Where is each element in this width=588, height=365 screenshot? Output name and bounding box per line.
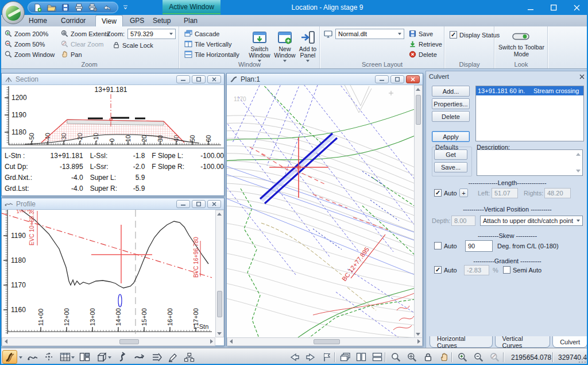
resize-grip[interactable] xyxy=(578,355,586,363)
zoom-window-button[interactable]: Zoom Window xyxy=(5,49,55,59)
window-minimize-button[interactable] xyxy=(375,75,389,83)
annotate-tool-button[interactable] xyxy=(165,350,180,364)
skew-field[interactable]: 90 xyxy=(465,240,493,252)
culvert-list-item[interactable]: 13+91.181 60 in. Stream crossing xyxy=(476,86,583,95)
zoom-200-button[interactable]: Zoom 200% xyxy=(5,29,48,39)
switch-to-toolbar-mode-button[interactable]: Switch to Toolbar Mode xyxy=(498,44,544,57)
hierarchy-tool-button[interactable] xyxy=(181,350,196,364)
flag-button[interactable] xyxy=(319,350,334,364)
back-button[interactable] xyxy=(287,350,302,364)
window-close-button[interactable] xyxy=(207,75,221,83)
select-dropdown-icon[interactable] xyxy=(577,220,580,222)
checkbox-icon[interactable]: ✓ xyxy=(450,31,457,39)
profile-chart[interactable]: 119011801170116011+0012+0013+0014+0015+0… xyxy=(2,210,215,337)
panel-tab-culvert[interactable]: Culvert xyxy=(552,336,587,348)
left-length-field[interactable]: 51.07 xyxy=(492,188,518,198)
qat-customize-button[interactable] xyxy=(123,5,129,10)
depth-field[interactable]: 8.00 xyxy=(451,216,475,226)
panel-tab-horizontal-curves[interactable]: Horizontal Curves xyxy=(430,336,493,348)
apply-button[interactable]: Apply xyxy=(432,131,470,142)
plan-horizontal-scrollbar[interactable] xyxy=(227,337,423,346)
close-button[interactable] xyxy=(565,0,588,15)
profile-horizontal-scrollbar[interactable] xyxy=(2,337,215,346)
pan-button[interactable]: Pan xyxy=(61,49,82,59)
right-length-field[interactable]: 48.20 xyxy=(544,188,571,198)
skew-auto-checkbox[interactable] xyxy=(434,242,442,249)
ribbon-tab-view[interactable]: View xyxy=(95,15,123,26)
add-to-panel-button[interactable]: Add to Panel xyxy=(296,29,320,66)
scrollbar-thumb[interactable] xyxy=(314,339,340,344)
delete-button[interactable]: Delete xyxy=(432,111,470,122)
clear-zoom-button[interactable] xyxy=(487,350,502,364)
plan-view[interactable]: BC 12+77.895 1170 xyxy=(227,85,414,338)
gradient-auto-checkbox[interactable]: ✓ xyxy=(434,266,442,274)
zoom-extents-button[interactable]: Zoom Extents xyxy=(61,29,110,39)
semi-auto-checkbox[interactable] xyxy=(503,266,510,274)
scrollbar-thumb[interactable] xyxy=(119,339,139,344)
panel-tab-vertical-curves[interactable]: Vertical Curves xyxy=(495,336,551,348)
pin-icon[interactable] xyxy=(569,74,575,80)
new-window-button[interactable]: New Window xyxy=(273,29,297,66)
length-auto-checkbox[interactable]: ✓ xyxy=(434,189,442,197)
window-maximize-button[interactable] xyxy=(390,75,404,83)
add-button[interactable]: Add... xyxy=(432,86,470,97)
scrollbar-thumb[interactable] xyxy=(416,95,421,125)
zoom-50-button[interactable]: Zoom 50% xyxy=(5,39,45,49)
tile-vertically-button[interactable]: Tile Vertically xyxy=(184,39,231,49)
combo-dropdown-icon[interactable] xyxy=(169,33,173,35)
ribbon-tab-gps[interactable]: GPS xyxy=(124,15,150,26)
tile-horizontally-button[interactable]: Tile Horizontally xyxy=(184,49,239,59)
ribbon-tab-plan[interactable]: Plan xyxy=(178,15,203,26)
zoom-out-button[interactable] xyxy=(471,350,486,364)
print-button[interactable] xyxy=(74,3,84,12)
clear-zoom-button[interactable]: Clear Zoom xyxy=(61,39,103,49)
gradient-field[interactable]: -2.83 xyxy=(464,265,489,275)
section-chart[interactable]: 120011901180-50-40-30-20-100102030405060… xyxy=(2,85,224,148)
zoom-extents-button[interactable] xyxy=(404,350,419,364)
panel-close-icon[interactable] xyxy=(579,74,585,79)
get-defaults-button[interactable]: Get xyxy=(434,149,467,160)
window-minimize-button[interactable] xyxy=(176,75,190,83)
culvert-list[interactable]: 13+91.181 60 in. Stream crossing xyxy=(475,86,584,141)
wave-curve-tool-button[interactable] xyxy=(132,350,147,364)
save-button[interactable] xyxy=(60,3,70,12)
cube-dropdown-icon[interactable] xyxy=(108,356,111,359)
pan-button[interactable] xyxy=(436,350,451,364)
layout-combobox[interactable]: Normal.dlt xyxy=(335,29,404,39)
tile-vertical-button[interactable] xyxy=(354,350,369,364)
switch-window-button[interactable]: Switch Window xyxy=(247,29,272,66)
section-view-button[interactable] xyxy=(41,350,56,364)
open-button[interactable] xyxy=(47,3,56,12)
profile-vertical-scrollbar[interactable] xyxy=(215,210,224,337)
window-maximize-button[interactable] xyxy=(192,200,206,208)
ribbon-tab-setup[interactable]: Setup xyxy=(147,15,176,26)
cascade-windows-button[interactable] xyxy=(338,350,353,364)
s-curve-tool-button[interactable] xyxy=(115,350,130,364)
window-close-button[interactable] xyxy=(207,200,221,208)
plan-window-titlebar[interactable]: Plan:1 xyxy=(227,74,423,85)
layout-save-button[interactable]: Save xyxy=(409,29,433,39)
zoom-window-button[interactable] xyxy=(388,350,403,364)
profile-window-titlebar[interactable]: Profile xyxy=(2,198,224,210)
scrollbar-thumb[interactable] xyxy=(217,291,222,317)
scale-lock-button[interactable] xyxy=(420,350,435,364)
ribbon-tab-home[interactable]: Home xyxy=(23,15,53,26)
plan-vertical-scrollbar[interactable] xyxy=(414,85,423,338)
plan-view-mode-button[interactable] xyxy=(2,350,17,364)
properties-button[interactable]: Properties... xyxy=(432,98,470,109)
scale-lock-button[interactable]: Scale Lock xyxy=(113,40,153,50)
app-logo-icon[interactable] xyxy=(2,1,25,24)
minimize-button[interactable] xyxy=(519,0,542,15)
display-status-checkbox[interactable]: ✓Display Status xyxy=(450,30,500,40)
window-maximize-button[interactable] xyxy=(192,75,206,83)
window-close-button[interactable] xyxy=(406,75,420,83)
tile-horizontal-button[interactable] xyxy=(370,350,385,364)
attach-select[interactable]: Attach to upper ditch/catch point xyxy=(480,216,583,226)
layout-delete-button[interactable]: Delete xyxy=(409,49,437,59)
profile-view-button[interactable] xyxy=(25,350,40,364)
maximize-button[interactable] xyxy=(542,0,565,15)
panel-layout-button[interactable] xyxy=(77,350,92,364)
section-window-titlebar[interactable]: Section xyxy=(2,74,224,85)
grid-view-button[interactable] xyxy=(57,350,72,364)
grid-dropdown-icon[interactable] xyxy=(71,356,75,359)
